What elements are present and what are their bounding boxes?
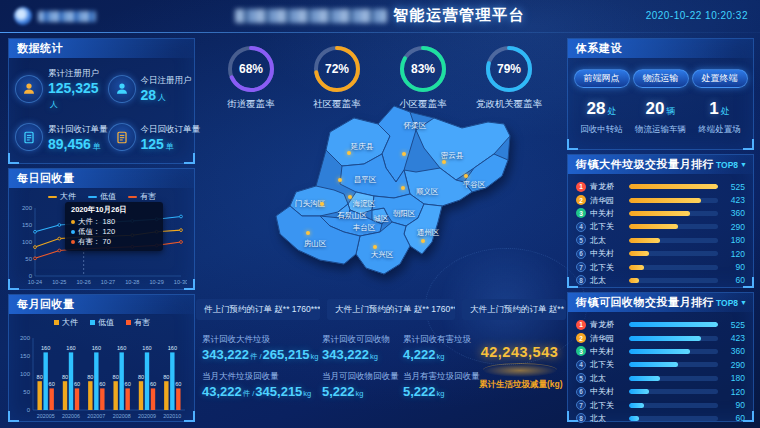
summary-value: 5,222kg bbox=[322, 385, 403, 399]
title-redacted-blur bbox=[235, 9, 387, 23]
header-divider bbox=[0, 32, 760, 33]
system-value: 1 bbox=[709, 99, 718, 118]
logo-text-redacted bbox=[38, 11, 96, 22]
timestamp: 2020-10-22 10:20:32 bbox=[646, 10, 748, 21]
rank-bar-fill bbox=[629, 251, 649, 256]
rank-badge: 6 bbox=[576, 249, 586, 259]
stat-label: 累计注册用户 bbox=[48, 68, 108, 80]
rank-bar-track bbox=[629, 211, 718, 216]
legend-item[interactable]: 低值 bbox=[88, 191, 116, 202]
svg-text:160: 160 bbox=[41, 345, 50, 351]
stat-card: 今日注册用户28人 bbox=[108, 68, 201, 109]
summary-unit: kg bbox=[370, 352, 378, 361]
legend-item[interactable]: 大件 bbox=[54, 317, 78, 328]
logo-icon bbox=[14, 7, 32, 25]
tooltip-row: 有害： 70 bbox=[71, 237, 157, 247]
summary-label: 累计回收可回收物 bbox=[322, 334, 403, 346]
legend-item[interactable]: 有害 bbox=[128, 191, 156, 202]
monthly-chart-legend: 大件低值有害 bbox=[15, 316, 189, 329]
stat-value: 125,325人 bbox=[48, 81, 108, 109]
rank-bar-fill bbox=[629, 238, 660, 243]
summary-stats: 累计回收大件垃圾343,222件/265,215kg当月大件垃圾回收量43,22… bbox=[202, 334, 560, 409]
svg-text:80: 80 bbox=[138, 374, 144, 380]
panel-header: 每月回收量 bbox=[9, 295, 194, 314]
rank-bar-fill bbox=[629, 336, 701, 341]
stat-card: 今日回收订单量125单 bbox=[108, 123, 201, 151]
stat-card-grid: 累计注册用户125,325人今日注册用户28人累计回收订单量89,456单今日回… bbox=[9, 58, 194, 151]
stat-text: 累计回收订单量89,456单 bbox=[48, 124, 108, 151]
legend-marker-icon bbox=[128, 196, 137, 198]
summary-unit: 件 bbox=[243, 389, 251, 398]
ranking-row: 3中关村360 bbox=[576, 345, 745, 358]
rank-bar-track bbox=[629, 416, 718, 421]
rank-value: 290 bbox=[722, 222, 745, 232]
system-pill-button[interactable]: 处置终端 bbox=[692, 69, 748, 88]
legend-item[interactable]: 大件 bbox=[48, 191, 76, 202]
ranking-row: 4北下关290 bbox=[576, 358, 745, 371]
rank-badge: 2 bbox=[576, 195, 586, 205]
summary-number: 4,222 bbox=[403, 347, 436, 362]
total-reduction-block: 42,243,543 累计生活垃圾减量(kg) bbox=[479, 334, 560, 409]
summary-unit: kg bbox=[437, 389, 445, 398]
rank-value: 90 bbox=[722, 400, 745, 410]
panel-header: 街镇可回收物交投量月排行 TOP8▼ bbox=[568, 293, 753, 312]
panel-header: 每日回收量 bbox=[9, 169, 194, 188]
legend-item[interactable]: 低值 bbox=[90, 317, 114, 328]
svg-text:150: 150 bbox=[22, 222, 33, 228]
order-icon bbox=[15, 123, 43, 151]
legend-label: 大件 bbox=[62, 317, 78, 328]
summary-value: 5,222kg bbox=[403, 385, 479, 399]
glow-ellipse bbox=[483, 363, 557, 377]
svg-text:60: 60 bbox=[99, 381, 105, 387]
summary-number: 5,222 bbox=[403, 384, 436, 399]
rank-bar-track bbox=[629, 251, 718, 256]
dashboard-screen: 智能运营管理平台 2020-10-22 10:20:32 数据统计 累计注册用户… bbox=[0, 0, 760, 428]
rank-bar-track bbox=[629, 322, 718, 327]
system-pill-button[interactable]: 物流运输 bbox=[633, 69, 689, 88]
svg-text:202006: 202006 bbox=[62, 413, 80, 419]
svg-text:72%: 72% bbox=[325, 62, 349, 76]
monthly-chart-body: 大件低值有害 050100150200202005801606020200680… bbox=[9, 314, 194, 425]
stat-text: 今日注册用户28人 bbox=[141, 75, 192, 102]
ranking-row: 2清华园423 bbox=[576, 193, 745, 206]
panel-monthly-recycling: 每月回收量 大件低值有害 050100150200202005801606020… bbox=[8, 294, 195, 422]
summary-label: 累计回收有害垃圾 bbox=[403, 334, 479, 346]
panel-title: 街镇大件垃圾交投量月排行 bbox=[576, 157, 714, 172]
summary-column: 累计回收有害垃圾4,222kg当月有害垃圾回收量5,222kg bbox=[403, 334, 479, 409]
stat-card: 累计回收订单量89,456单 bbox=[15, 123, 108, 151]
svg-text:100: 100 bbox=[20, 371, 31, 377]
stat-label: 今日注册用户 bbox=[141, 75, 192, 87]
order-ticker-item: 大件上门预约的订单 赵** 1760***7862 bbox=[327, 299, 455, 320]
svg-text:80: 80 bbox=[37, 374, 43, 380]
ranking-row: 4北下关290 bbox=[576, 220, 745, 233]
rank-name: 中关村 bbox=[590, 346, 625, 357]
panel-title: 每日回收量 bbox=[17, 171, 75, 186]
summary-number: 43,222 bbox=[202, 384, 242, 399]
ranking-row: 6中关村120 bbox=[576, 247, 745, 260]
rank-name: 中关村 bbox=[590, 248, 625, 259]
panel-title: 数据统计 bbox=[17, 41, 63, 56]
system-pill-button[interactable]: 前端网点 bbox=[574, 69, 630, 88]
svg-text:50: 50 bbox=[23, 389, 30, 395]
top8-dropdown[interactable]: TOP8▼ bbox=[716, 298, 747, 308]
order-icon bbox=[108, 123, 136, 151]
rank-value: 423 bbox=[722, 333, 745, 343]
chevron-down-icon: ▼ bbox=[740, 161, 747, 168]
rank-badge: 5 bbox=[576, 373, 586, 383]
header: 智能运营管理平台 2020-10-22 10:20:32 bbox=[0, 0, 760, 33]
svg-text:160: 160 bbox=[142, 345, 151, 351]
svg-text:10-24: 10-24 bbox=[28, 279, 42, 285]
ranking-row: 8北太60 bbox=[576, 412, 745, 425]
daily-chart-body: 大件低值有害 05010015020010-2410-2510-2610-271… bbox=[9, 188, 194, 291]
system-unit: 辆 bbox=[666, 106, 675, 116]
rank-name: 北下关 bbox=[590, 359, 625, 370]
svg-text:10-27: 10-27 bbox=[101, 279, 115, 285]
gauge-ring: 68% bbox=[224, 42, 278, 96]
top8-dropdown[interactable]: TOP8▼ bbox=[716, 160, 747, 170]
svg-text:200: 200 bbox=[22, 205, 33, 211]
svg-text:50: 50 bbox=[25, 256, 32, 262]
total-reduction-label: 累计生活垃圾减量(kg) bbox=[479, 379, 560, 391]
rank-bar-fill bbox=[629, 416, 639, 421]
legend-item[interactable]: 有害 bbox=[126, 317, 150, 328]
summary-item: 当月有害垃圾回收量5,222kg bbox=[403, 371, 479, 399]
